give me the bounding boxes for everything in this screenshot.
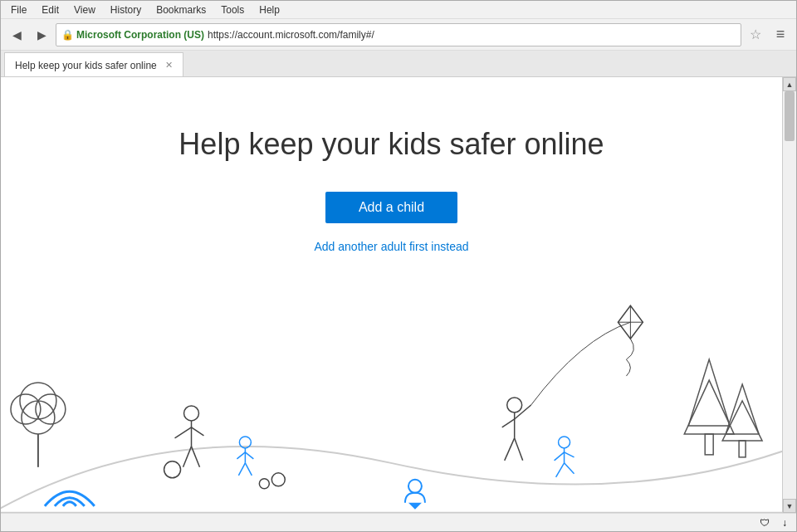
svg-line-33: [556, 463, 565, 477]
svg-point-29: [559, 437, 570, 448]
scroll-track[interactable]: [783, 91, 796, 499]
menu-help[interactable]: Help: [252, 2, 286, 17]
svg-line-14: [237, 452, 245, 459]
scroll-up-button[interactable]: ▲: [783, 77, 796, 91]
back-button[interactable]: ◀: [6, 24, 27, 46]
forward-button[interactable]: ▶: [31, 24, 52, 46]
add-adult-link[interactable]: Add another adult first instead: [314, 240, 468, 253]
active-tab[interactable]: Help keep your kids safer online ✕: [4, 52, 183, 76]
security-indicator: 🔒 Microsoft Corporation (US): [61, 29, 204, 41]
svg-point-5: [184, 406, 199, 421]
tab-bar: Help keep your kids safer online ✕: [1, 51, 796, 77]
menu-file[interactable]: File: [4, 2, 33, 17]
menu-edit[interactable]: Edit: [35, 2, 66, 17]
menu-view[interactable]: View: [67, 2, 102, 17]
page-title: Help keep your kids safer online: [178, 127, 604, 162]
svg-point-41: [408, 480, 422, 493]
scrollbar[interactable]: ▲ ▼: [782, 77, 796, 513]
illustration: [1, 297, 782, 513]
tab-title: Help keep your kids safer online: [15, 60, 157, 71]
menu-tools[interactable]: Tools: [214, 2, 251, 17]
browser-window: File Edit View History Bookmarks Tools H…: [0, 0, 797, 532]
address-bar[interactable]: 🔒 Microsoft Corporation (US) https://acc…: [56, 23, 741, 46]
svg-line-31: [555, 452, 565, 461]
svg-rect-40: [739, 441, 746, 457]
scene-svg: [1, 297, 782, 513]
company-name: Microsoft Corporation (US): [76, 29, 204, 41]
svg-line-32: [565, 452, 575, 457]
status-bar: 🛡 ↓: [1, 513, 796, 531]
menu-history[interactable]: History: [104, 2, 148, 17]
svg-point-11: [164, 461, 181, 478]
menu-bar: File Edit View History Bookmarks Tools H…: [1, 1, 796, 19]
svg-marker-35: [688, 359, 730, 426]
svg-line-16: [238, 463, 245, 476]
scroll-thumb[interactable]: [785, 91, 795, 141]
url-text: https://account.microsoft.com/family#/: [208, 29, 736, 41]
svg-point-20: [507, 398, 522, 412]
security-status-icon: 🛡: [756, 515, 773, 531]
svg-rect-37: [705, 434, 713, 455]
svg-point-19: [259, 479, 269, 489]
lock-icon: 🔒: [61, 29, 74, 41]
page-content: Help keep your kids safer online Add a c…: [1, 77, 796, 513]
nav-bar: ◀ ▶ 🔒 Microsoft Corporation (US) https:/…: [1, 19, 796, 51]
add-child-button[interactable]: Add a child: [325, 192, 457, 223]
svg-point-18: [271, 473, 285, 486]
svg-line-7: [175, 427, 192, 438]
download-icon: ↓: [776, 515, 793, 531]
browser-menu-button[interactable]: ≡: [770, 24, 791, 46]
tab-close-button[interactable]: ✕: [165, 60, 173, 71]
svg-line-8: [192, 427, 204, 436]
svg-line-34: [565, 463, 575, 474]
bookmark-button[interactable]: ☆: [745, 24, 766, 46]
svg-line-23: [502, 419, 515, 427]
svg-line-25: [515, 438, 523, 461]
svg-line-17: [245, 463, 252, 476]
svg-line-15: [245, 452, 253, 459]
scroll-down-button[interactable]: ▼: [783, 499, 796, 513]
menu-bookmarks[interactable]: Bookmarks: [149, 2, 213, 17]
svg-line-24: [505, 438, 515, 461]
